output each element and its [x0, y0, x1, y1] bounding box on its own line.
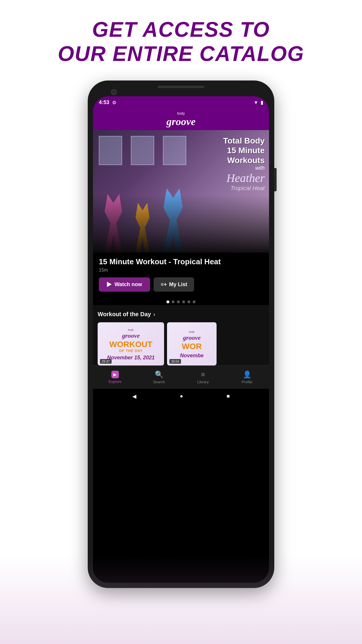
status-bar-left: 4:53 ⊙ [99, 99, 116, 106]
bg-window-1 [99, 136, 122, 165]
app-logo: body groove [166, 111, 196, 128]
video-card-2[interactable]: body groove WOR Novembe 30:04 [167, 322, 217, 365]
nav-item-profile[interactable]: 👤 Profile [225, 370, 269, 384]
logo-large-text: groove [166, 116, 196, 127]
card-2-workout-text: WOR [182, 342, 202, 351]
card-1-logo: body groove [122, 327, 140, 340]
hero-series-text: Tropical Heat [223, 185, 265, 192]
nav-label-profile: Profile [242, 380, 252, 384]
wotd-arrow[interactable]: › [153, 311, 155, 318]
phone-screen: 4:53 ⊙ ▼ ▮ body groove [93, 96, 269, 583]
nav-item-search[interactable]: 🔍 Search [137, 370, 181, 384]
card-1-logo-small: body [128, 328, 133, 331]
card-1-wotd-label: WORKOUT OF THE DAY [109, 340, 152, 353]
phone-side-button [274, 168, 277, 191]
dot-4[interactable] [182, 300, 185, 303]
page-wrapper: GET ACCESS TO OUR ENTIRE CATALOG 4:53 ⊙ … [0, 0, 362, 644]
dot-1[interactable] [166, 300, 169, 303]
explore-icon [111, 371, 119, 378]
phone-frame: 4:53 ⊙ ▼ ▮ body groove [88, 80, 274, 588]
card-2-logo: body groove [183, 329, 201, 342]
status-bar: 4:53 ⊙ ▼ ▮ [93, 96, 269, 109]
video-card-1[interactable]: body groove WORKOUT OF THE DAY November … [98, 322, 164, 365]
hero-info: 15 Minute Workout - Tropical Heat 15m Wa… [93, 253, 269, 299]
android-recent-button[interactable]: ■ [226, 393, 230, 399]
hero-overlay-text: Total Body 15 Minute Workouts with Heath… [223, 136, 265, 192]
card-2-duration: 30:04 [169, 359, 181, 364]
logo-small-text: body [166, 111, 196, 116]
bg-window-3 [163, 136, 186, 165]
wotd-header: Workout of the Day › [98, 311, 264, 318]
card-1-date: November 15, 2021 [107, 355, 154, 361]
nav-label-search: Search [153, 380, 165, 384]
hero-section: Total Body 15 Minute Workouts with Heath… [93, 130, 269, 253]
wotd-title: Workout of the Day [98, 311, 151, 318]
hero-name-text: Heather [223, 171, 265, 185]
hero-image: Total Body 15 Minute Workouts with Heath… [93, 130, 269, 253]
hero-gradient [93, 194, 269, 253]
app-header: body groove [93, 109, 269, 130]
video-card-1-image: body groove WORKOUT OF THE DAY November … [98, 322, 164, 365]
bottom-nav: Explore 🔍 Search ≡ Library 👤 Profile [93, 365, 269, 389]
phone-camera [111, 89, 117, 95]
card-1-duration: 29:37 [100, 359, 112, 364]
status-alarm-icon: ⊙ [112, 100, 116, 105]
dot-6[interactable] [193, 300, 196, 303]
hero-duration: 15m [99, 267, 263, 273]
card-1-of-day-text: OF THE DAY [109, 349, 152, 353]
wifi-icon: ▼ [254, 100, 258, 105]
card-2-date: Novembe [180, 353, 203, 359]
android-home-button[interactable]: ● [180, 393, 183, 399]
card-2-wotd-label: WOR [182, 342, 202, 351]
card-2-logo-groove: groove [183, 334, 201, 342]
dot-3[interactable] [177, 300, 180, 303]
nav-label-explore: Explore [108, 379, 121, 384]
card-1-logo-groove: groove [122, 332, 140, 340]
dot-5[interactable] [187, 300, 190, 303]
status-time: 4:53 [99, 99, 109, 106]
hero-title: 15 Minute Workout - Tropical Heat [99, 257, 263, 266]
dot-2[interactable] [172, 300, 175, 303]
header-title: GET ACCESS TO OUR ENTIRE CATALOG [58, 18, 304, 66]
my-list-button[interactable]: ≡+ My List [154, 277, 194, 292]
card-1-workout-text: WORKOUT [109, 340, 152, 349]
play-icon [107, 282, 112, 287]
search-icon: 🔍 [155, 370, 164, 379]
action-buttons: Watch now ≡+ My List [99, 277, 263, 292]
card-2-logo-small: body [189, 330, 194, 333]
nav-label-library: Library [197, 380, 209, 384]
wotd-section: Workout of the Day › body groove WORKOUT [93, 305, 269, 365]
watch-now-button[interactable]: Watch now [99, 277, 150, 292]
my-list-icon: ≡+ [161, 281, 167, 288]
bg-window-2 [131, 136, 154, 165]
library-icon: ≡ [201, 370, 205, 379]
android-back-button[interactable]: ◀ [132, 393, 136, 400]
video-cards: body groove WORKOUT OF THE DAY November … [98, 322, 264, 365]
hero-with-text: with [223, 165, 265, 171]
android-nav: ◀ ● ■ [93, 389, 269, 404]
page-header: GET ACCESS TO OUR ENTIRE CATALOG [58, 18, 304, 66]
video-card-2-image: body groove WOR Novembe 30:04 [167, 322, 217, 365]
nav-item-library[interactable]: ≡ Library [181, 370, 225, 384]
dots-indicator [93, 299, 269, 305]
nav-item-explore[interactable]: Explore [93, 371, 137, 384]
profile-icon: 👤 [243, 370, 252, 379]
status-bar-right: ▼ ▮ [254, 100, 263, 105]
battery-icon: ▮ [261, 100, 263, 105]
